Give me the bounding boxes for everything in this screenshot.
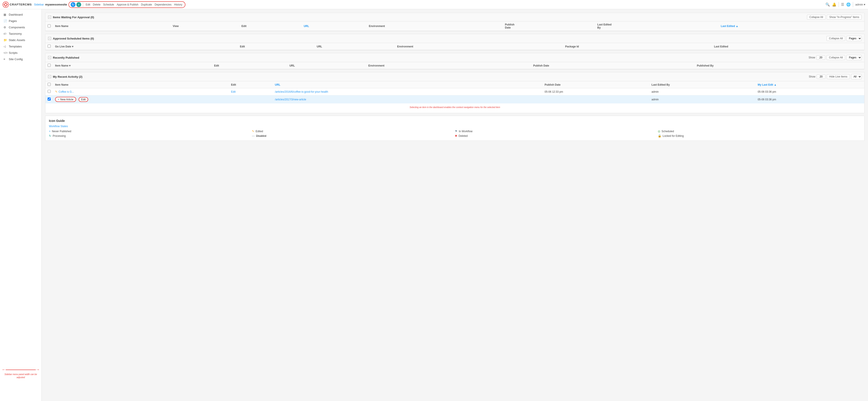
sidebar-item-site-config[interactable]: ≡ Site Config <box>0 56 41 62</box>
hide-live-items-btn[interactable]: Hide Live Items <box>827 74 850 79</box>
section-btns-approved: Collapse All Pages <box>827 36 862 41</box>
collapse-all-btn-recent-pub[interactable]: Collapse All <box>827 55 845 60</box>
svg-point-4 <box>4 4 5 5</box>
th-my-last-edit[interactable]: My Last Edit ▲ <box>755 81 864 88</box>
select-all-recent-pub[interactable] <box>48 64 51 67</box>
new-article-icon: + <box>58 98 59 101</box>
show-in-progress-btn[interactable]: Show "In-Progress" Items <box>827 15 862 20</box>
taxonomy-icon: 🏷 <box>3 32 7 35</box>
brand-logo: CRAFTERCMS <box>3 2 32 8</box>
never-published-icon: + <box>49 130 51 133</box>
th-go-live-date[interactable]: Go Live Date ▾ <box>53 43 238 50</box>
row2-publish-date <box>542 95 649 104</box>
select-all-my-activity[interactable] <box>48 83 51 86</box>
edit-circled-btn[interactable]: Edit <box>79 97 88 102</box>
duplicate-btn[interactable]: Duplicate <box>140 3 153 7</box>
static-assets-icon: 📁 <box>3 38 7 42</box>
svg-point-5 <box>7 4 8 5</box>
globe-icon[interactable]: 🌐 <box>846 2 851 7</box>
svg-point-3 <box>5 6 6 7</box>
row1-url[interactable]: /articles/2016/6/coffee-is-good-for-your… <box>275 90 328 93</box>
add-icon-btn[interactable]: + <box>76 2 81 7</box>
icon-guide-processing: ↻ Processing <box>49 134 252 138</box>
toggle-approved[interactable]: − <box>48 37 51 40</box>
scheduled-icon: ◎ <box>658 130 660 133</box>
row2-checkbox[interactable] <box>48 97 51 101</box>
locked-icon: 🔒 <box>658 134 661 138</box>
toolbar-divider <box>83 2 83 7</box>
select-all-waiting[interactable] <box>48 24 51 27</box>
icon-guide-never-published: + Never Published <box>49 130 252 133</box>
left-arrow-icon: ← <box>2 367 6 372</box>
sidebar-item-taxonomy[interactable]: 🏷 Taxonomy <box>0 31 41 37</box>
th-item-name-my-activity: Item Name <box>53 81 229 88</box>
sidebar: ▦ Dashboard 📄 Pages ⚙ Components 🏷 Taxon… <box>0 9 42 401</box>
toggle-recent-pub[interactable]: − <box>48 56 51 59</box>
tbody-my-activity: ✎ Coffee is G... Edit /articles/2016/6/c… <box>45 88 864 104</box>
disabled-label: Disabled <box>256 135 267 138</box>
collapse-all-btn-waiting[interactable]: Collapse All <box>807 15 826 20</box>
sidebar-item-label-scripts: Scripts <box>9 51 18 54</box>
bell-icon[interactable]: 🔔 <box>832 2 836 7</box>
th-published-by: Published By <box>695 62 864 69</box>
sidebar-toggle-label[interactable]: Sidebar <box>34 3 44 6</box>
filter-select-my-activity[interactable]: All <box>851 74 862 79</box>
sidebar-item-label-templates: Templates <box>9 45 22 48</box>
row1-edit-link[interactable]: Edit <box>231 90 236 93</box>
hamburger-icon[interactable]: ☰ <box>841 2 844 7</box>
sidebar-item-static-assets[interactable]: 📁 Static Assets <box>0 37 41 43</box>
section-title-waiting: Items Waiting For Approval (0) <box>53 16 805 19</box>
edited-label: Edited <box>256 130 263 133</box>
history-btn[interactable]: History <box>173 3 183 7</box>
icon-guide-disabled: — Disabled <box>252 134 455 138</box>
row2-url[interactable]: /articles/2017/3/new-article <box>275 98 306 101</box>
context-nav-toolbar: ↻ + Edit Delete Schedule Approve & Publi… <box>68 1 185 8</box>
section-header-my-activity: − My Recent Activity (2) Show Hide Live … <box>45 72 864 81</box>
dashboard-annotation-text: Selecting an item in the dashboard enabl… <box>48 106 862 109</box>
th-environment-waiting: Environment <box>367 22 503 31</box>
show-count-recent-pub[interactable] <box>816 55 825 60</box>
dependencies-btn[interactable]: Dependencies <box>154 3 173 7</box>
th-url-waiting: URL <box>302 22 367 31</box>
arrow-line <box>6 370 36 370</box>
sidebar-item-scripts[interactable]: </> Scripts <box>0 50 41 56</box>
collapse-all-btn-approved[interactable]: Collapse All <box>827 36 845 41</box>
show-count-my-activity[interactable] <box>817 75 826 79</box>
pages-select-approved[interactable]: Pages <box>846 36 862 41</box>
th-item-name-recent-pub[interactable]: Item Name ▾ <box>53 62 212 69</box>
deleted-label: Deleted <box>459 135 468 138</box>
row1-publish-date: 05-06 12:33 pm <box>542 88 649 95</box>
toggle-waiting[interactable]: − <box>48 16 51 19</box>
site-config-icon: ≡ <box>3 58 7 61</box>
th-edit-my-activity: Edit <box>229 81 273 88</box>
refresh-icon-btn[interactable]: ↻ <box>71 2 75 7</box>
th-edit-waiting: Edit <box>239 22 302 31</box>
sidebar-item-pages[interactable]: 📄 Pages <box>0 18 41 24</box>
pages-select-recent-pub[interactable]: Pages <box>846 55 862 60</box>
scripts-icon: </> <box>3 51 7 54</box>
schedule-btn[interactable]: Schedule <box>102 3 115 7</box>
sidebar-item-dashboard[interactable]: ▦ Dashboard <box>0 11 41 18</box>
section-approved-scheduled: − Approved Scheduled Items (0) Collapse … <box>45 34 865 50</box>
th-edit-approved: Edit <box>238 43 314 50</box>
section-header-recent-pub: − Recently Published Show Collapse All P… <box>45 53 864 62</box>
templates-icon: ◁ <box>3 45 7 48</box>
new-article-circled[interactable]: + New Article <box>55 97 76 102</box>
search-icon[interactable]: 🔍 <box>826 2 830 7</box>
sidebar-item-templates[interactable]: ◁ Templates <box>0 43 41 50</box>
delete-btn[interactable]: Delete <box>92 3 101 7</box>
edit-btn[interactable]: Edit <box>85 3 91 7</box>
toggle-my-activity[interactable]: − <box>48 75 51 78</box>
sidebar-item-components[interactable]: ⚙ Components <box>0 24 41 31</box>
section-btns-waiting: Collapse All Show "In-Progress" Items <box>807 15 862 20</box>
approve-publish-btn[interactable]: Approve & Publish <box>116 3 139 7</box>
admin-menu[interactable]: admin ▾ <box>855 3 865 6</box>
never-published-label: Never Published <box>52 130 71 133</box>
row1-checkbox[interactable] <box>48 90 51 93</box>
row1-item-name[interactable]: Coffee is G... <box>59 90 74 93</box>
select-all-approved[interactable] <box>48 45 51 48</box>
processing-icon: ↻ <box>49 134 51 138</box>
sidebar-item-label-site-config: Site Config <box>9 58 23 61</box>
sidebar-item-label-pages: Pages <box>9 19 17 23</box>
th-last-edited-waiting: Last Edited ▲ <box>719 22 864 31</box>
